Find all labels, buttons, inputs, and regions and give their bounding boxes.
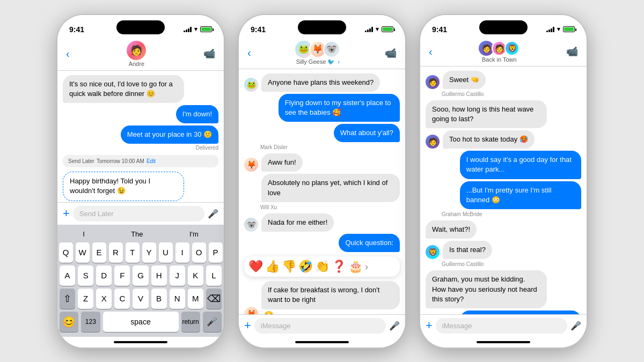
mic-button-1[interactable]: 🎤 (208, 209, 218, 219)
key-h[interactable]: H (151, 265, 167, 286)
react-laugh[interactable]: 🤣 (298, 260, 313, 274)
message-input-3[interactable]: iMessage (436, 318, 567, 334)
key-l[interactable]: L (206, 265, 222, 286)
key-b[interactable]: B (151, 289, 167, 309)
video-call-button-3[interactable]: 📹 (566, 46, 578, 57)
msg-group-3: What about y'all? (334, 124, 400, 142)
key-s[interactable]: S (78, 265, 93, 286)
key-return[interactable]: return (181, 312, 200, 332)
message-2: I'm down! (176, 105, 218, 123)
msg3-2: Sooo, how long is this heat wave going t… (426, 100, 547, 128)
send-later-time: Tomorrow 10:00 AM (97, 158, 144, 164)
key-delete[interactable]: ⌫ (206, 289, 222, 309)
message-1: It's so nice out, I'd love to go for a q… (63, 75, 184, 103)
home-indicator-1 (57, 337, 224, 348)
send-later-edit[interactable]: Edit (147, 158, 156, 164)
bubble3-7: Is that real? (443, 241, 492, 259)
suggestion-1[interactable]: I (78, 229, 89, 239)
messages-area-3: 🧑 Sweet 🤜 Guillermo Castillo Sooo, how l… (420, 67, 587, 314)
add-button-2[interactable]: + (244, 319, 251, 333)
react-more[interactable]: › (365, 261, 368, 272)
key-o[interactable]: O (192, 242, 206, 263)
key-row-z: ⇧ Z X C V B N M ⌫ (60, 289, 222, 309)
key-u[interactable]: U (159, 242, 173, 263)
add-button-3[interactable]: + (426, 319, 433, 333)
react-question[interactable]: ❓ (332, 260, 346, 274)
suggestion-3[interactable]: I'm (185, 229, 203, 239)
send-later-label: Send Later (68, 158, 94, 164)
react-thumbsup[interactable]: 👍 (265, 260, 280, 274)
key-t[interactable]: T (126, 242, 140, 263)
battery-icon-1 (200, 26, 212, 32)
input-bar-3: + iMessage 🎤 (420, 314, 587, 337)
msg3-5: ...But I'm pretty sure I'm still banned … (460, 181, 581, 209)
key-a[interactable]: A (60, 265, 75, 286)
video-call-button-1[interactable]: 📹 (203, 48, 215, 60)
message-input-1[interactable]: Send Later (73, 206, 204, 221)
key-123[interactable]: 123 (81, 312, 100, 332)
key-e[interactable]: E (92, 242, 106, 263)
signal-icon-3 (546, 27, 554, 32)
signal-icon-2 (365, 27, 373, 32)
msg-group-2: Flying down to my sister's place to see … (279, 94, 400, 122)
msg-group-5: Absolutely no plans yet, which I kind of… (244, 174, 400, 202)
video-call-button-2[interactable]: 📹 (385, 47, 397, 59)
mic-button-2[interactable]: 🎤 (389, 321, 400, 331)
key-space[interactable]: space (103, 312, 179, 332)
key-w[interactable]: W (76, 242, 90, 263)
msg3-8: Graham, you must be kidding. How have yo… (426, 270, 547, 308)
group-name-3[interactable]: Back in Town (482, 56, 517, 63)
key-emoji[interactable]: 😊 (60, 312, 78, 332)
contact-name-1[interactable]: Andre (129, 61, 144, 67)
key-k[interactable]: K (188, 265, 203, 286)
nav-center-1: 🧑 Andre (127, 41, 146, 67)
home-bar-1 (114, 341, 167, 343)
key-x[interactable]: X (96, 289, 112, 309)
message-3: Meet at your place in 30 🙂 Delivered (121, 125, 218, 151)
mic-button-3[interactable]: 🎤 (570, 321, 581, 331)
key-z[interactable]: Z (78, 289, 93, 309)
delivered-status: Delivered (196, 145, 218, 151)
status-time-2: 9:41 (251, 25, 266, 34)
key-mic[interactable]: 🎤 (203, 312, 222, 332)
react-heart[interactable]: ❤️ (248, 260, 263, 274)
messages-area-2: 🐸 Anyone have plans this weekend? Flying… (239, 69, 405, 314)
wifi-icon-1: ▾ (194, 26, 197, 33)
key-j[interactable]: J (170, 265, 185, 286)
react-thumbsdown[interactable]: 👎 (282, 260, 296, 274)
add-button-1[interactable]: + (63, 206, 70, 220)
key-d[interactable]: D (96, 265, 112, 286)
key-m[interactable]: M (188, 289, 203, 309)
key-y[interactable]: Y (142, 242, 156, 263)
key-i[interactable]: I (175, 242, 189, 263)
key-q[interactable]: Q (59, 242, 73, 263)
key-row-bottom: 😊 123 space return 🎤 (60, 312, 222, 332)
avatar-p3-2: 🧑 (426, 135, 440, 149)
messages-area-1: It's so nice out, I'd love to go for a q… (57, 71, 224, 202)
key-shift[interactable]: ⇧ (60, 289, 75, 309)
suggestion-2[interactable]: The (127, 229, 147, 239)
key-v[interactable]: V (133, 289, 148, 309)
react-clap[interactable]: 👏 (315, 260, 330, 274)
key-suggestions-1: I The I'm (60, 229, 222, 239)
back-button-1[interactable]: ‹ (66, 48, 70, 60)
avatar-p3-1: 🧑 (426, 75, 440, 89)
key-n[interactable]: N (170, 289, 185, 309)
nav-center-2: 🐸 🦊 🐨 Silly Geese 🐦 › (295, 41, 340, 65)
key-g[interactable]: G (133, 265, 148, 286)
key-c[interactable]: C (114, 289, 130, 309)
message-input-2[interactable]: iMessage (254, 318, 386, 334)
bubble-p2-7: Quick question: (339, 234, 400, 252)
group-name-2[interactable]: Silly Geese 🐦 (296, 58, 335, 65)
contact-avatar-1[interactable]: 🧑 (127, 41, 146, 60)
key-row-a: A S D F G H J K L (60, 265, 222, 286)
react-cake[interactable]: 🎂 (348, 260, 363, 274)
sender-graham: Graham McBride (442, 211, 581, 217)
status-icons-2: ▾ (365, 26, 393, 33)
key-f[interactable]: F (114, 265, 130, 286)
key-r[interactable]: R (109, 242, 123, 263)
key-p[interactable]: P (209, 242, 223, 263)
bubble-p2-3: What about y'all? (334, 124, 400, 142)
back-button-2[interactable]: ‹ (247, 47, 251, 59)
back-button-3[interactable]: ‹ (429, 46, 433, 58)
